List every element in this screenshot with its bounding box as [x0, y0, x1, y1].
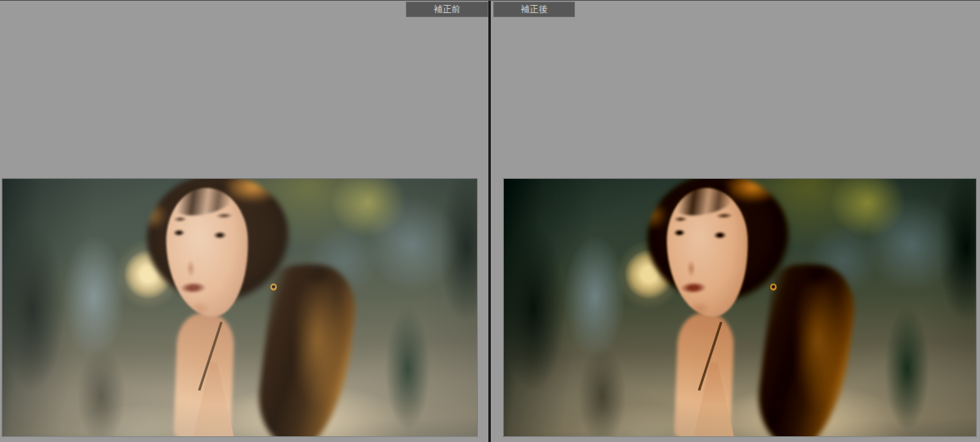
pane-divider [488, 1, 491, 442]
portrait-photo [504, 179, 976, 436]
before-label-tab: 補正前 [406, 2, 488, 17]
portrait-photo [2, 179, 477, 436]
after-label-tab: 補正後 [493, 2, 575, 17]
after-photo[interactable] [504, 179, 976, 436]
compare-workspace: 補正前 補正後 [0, 0, 980, 442]
subject-hair-rim-light [796, 282, 844, 411]
subject-earring [270, 284, 277, 291]
before-photo[interactable] [2, 179, 477, 436]
subject-hair-rim-light [296, 282, 344, 411]
